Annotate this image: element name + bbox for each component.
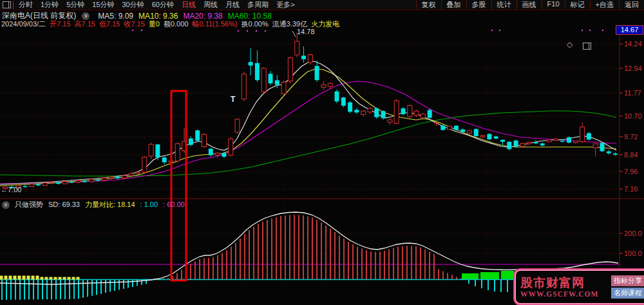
menu-item-多股[interactable]: 多股 [466,0,491,10]
diamond-icon[interactable]: ◇ [567,40,573,49]
menubar: 分时1分钟5分钟15分钟30分钟60分钟日线周线月线多周期更多> 复权叠加多股统… [0,0,644,10]
menubar-divider [13,1,14,9]
quote-field: 换0.00% [242,19,269,29]
menu-item-返回[interactable]: 返回 [619,0,644,10]
quote-field: 高7.15 [75,19,95,29]
tools-menu: 复权叠加多股统计画线F10标记+自选返回 [416,0,644,10]
svg-text:14.24: 14.24 [624,40,642,48]
svg-text:7.96: 7.96 [624,168,638,175]
menu-item-30分钟[interactable]: 30分钟 [118,1,148,8]
menu-item-+自选[interactable]: +自选 [590,0,619,10]
menu-item-统计[interactable]: 统计 [491,0,516,10]
menu-item-月线[interactable]: 月线 [222,1,243,8]
quote-field: 低7.15 [99,19,120,29]
menu-item-60分钟[interactable]: 60分钟 [148,1,178,8]
quote-field: 量0 [149,19,160,29]
watermark-text: 股市财富网 WWW.GSCFW.COM [520,276,598,298]
indicator-value: : 60.00 [163,201,185,208]
top-price-box: 14.67 [616,25,643,35]
menu-item-日线[interactable]: 日线 [178,1,200,8]
t-annotation: T [231,95,235,104]
watermark-url: WWW.GSCFW.COM [520,290,598,298]
stock-app-window: 分时1分钟5分钟15分钟30分钟60分钟日线周线月线多周期更多> 复权叠加多股统… [0,0,644,305]
svg-text:8.84: 8.84 [624,151,638,159]
quote-field: 额0.000 [164,19,189,29]
svg-text:11.77: 11.77 [624,89,641,97]
indicator-panel-header: ∨ 只做强势SD: 69.33力量对比: 18.14: 1.00: 60.00 [2,200,190,210]
indicator-value: 力量对比: 18.14 [85,201,135,208]
quote-field: 开7.15 [50,19,70,29]
indicator-value: 只做强势 [15,201,43,208]
quote-field: 收7.15 [124,19,144,29]
menu-item-画线[interactable]: 画线 [516,0,542,10]
quote-field: 幅0.11(1.56%) [192,19,237,29]
quote-detail-row: 2024/09/03/二开7.15高7.15低7.15收7.15量0额0.000… [1,19,339,29]
badge-indicator-share: 指标分享 [611,275,644,286]
split-window-icon[interactable] [583,43,591,50]
menu-item-多周期[interactable]: 多周期 [243,1,272,8]
quote-field: 流通3.39亿 [272,19,307,29]
menu-item-5分钟[interactable]: 5分钟 [62,1,88,8]
menu-item-F10[interactable]: F10 [542,0,565,10]
watermark-badges: 指标分享 名师课程 [611,274,644,300]
quote-field: 火力发电 [311,19,339,29]
menu-item-标记[interactable]: 标记 [565,0,590,10]
watermark: 股市财富网 WWW.GSCFW.COM 指标分享 名师课程 [515,270,644,304]
svg-text:9.72: 9.72 [624,133,638,141]
indicator-value: : 1.00 [140,201,158,208]
menu-item-15分钟[interactable]: 15分钟 [88,1,118,8]
menu-item-复权[interactable]: 复权 [416,0,441,10]
svg-text:10.70: 10.70 [624,112,642,120]
svg-text:200.0: 200.0 [624,230,642,237]
left-price-label: ←7.00 [1,186,21,193]
svg-text:100.0: 100.0 [624,250,642,257]
collapse-chevron-icon[interactable]: ∨ [82,12,90,20]
menu-item-周线[interactable]: 周线 [200,1,222,8]
badge-teacher-course: 名师课程 [611,288,644,299]
svg-text:7.16: 7.16 [624,185,638,193]
period-menu: 分时1分钟5分钟15分钟30分钟60分钟日线周线月线多周期更多> [15,0,298,10]
menu-item-叠加[interactable]: 叠加 [441,0,466,10]
indicator-value: SD: 69.33 [48,201,80,208]
chart-canvas[interactable]: 14.2412.9411.7710.709.728.847.967.16200.… [0,0,644,305]
menu-item-更多>[interactable]: 更多> [272,1,298,8]
menu-item-分时[interactable]: 分时 [15,1,37,8]
menu-item-1分钟[interactable]: 1分钟 [37,1,62,8]
indicator-values: 只做强势SD: 69.33力量对比: 18.14: 1.00: 60.00 [15,200,190,210]
collapse-chevron-icon[interactable]: ∨ [2,201,10,209]
window-restore-icon[interactable] [3,1,11,8]
svg-text:12.94: 12.94 [624,64,642,72]
watermark-title: 股市财富网 [520,276,598,290]
quote-field: 2024/09/03/二 [1,19,46,29]
